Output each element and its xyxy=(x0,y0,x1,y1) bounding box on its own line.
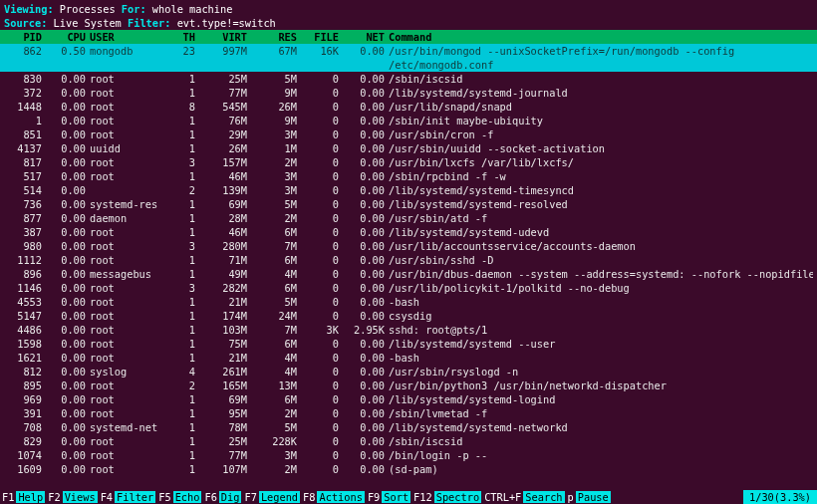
table-row[interactable]: 41370.00uuidd126M1M00.00/usr/sbin/uuidd … xyxy=(4,141,813,155)
col-th[interactable]: TH xyxy=(177,30,199,44)
table-row[interactable]: 8960.00messagebus149M4M00.00/usr/bin/dbu… xyxy=(4,267,813,281)
cell-cmd: /lib/systemd/systemd-logind xyxy=(389,392,813,406)
cell-cpu: 0.00 xyxy=(46,448,90,462)
cell-cpu: 0.00 xyxy=(46,323,90,337)
cell-cmd: /lib/systemd/systemd-journald xyxy=(389,86,813,100)
fkey-label: p xyxy=(566,491,576,503)
col-virt[interactable]: VIRT xyxy=(199,30,251,44)
col-cmd[interactable]: Command xyxy=(389,30,813,44)
cell-pid: 1112 xyxy=(4,253,46,267)
fkey-action[interactable]: Legend xyxy=(259,491,300,503)
fkey-action[interactable]: Sort xyxy=(382,491,410,503)
cell-res: 2M xyxy=(251,211,301,225)
table-row[interactable]: 8120.00syslog4261M4M00.00/usr/sbin/rsysl… xyxy=(4,365,813,378)
cell-file: 0 xyxy=(301,155,345,169)
table-row[interactable]: 7360.00systemd-res169M5M00.00/lib/system… xyxy=(4,197,813,211)
fkey-action[interactable]: Actions xyxy=(317,491,364,503)
table-row[interactable]: 8300.00root125M5M00.00/sbin/iscsid xyxy=(4,72,813,86)
table-row[interactable]: 16090.00root1107M2M00.00(sd-pam) xyxy=(4,462,813,476)
cell-user: root xyxy=(90,86,177,100)
table-row[interactable]: 9690.00root169M6M00.00/lib/systemd/syste… xyxy=(4,392,813,406)
cell-file: 0 xyxy=(301,406,345,420)
cell-cmd: /lib/systemd/systemd-resolved xyxy=(389,197,813,211)
cell-cmd: /lib/systemd/systemd --user xyxy=(389,337,813,351)
table-row[interactable]: 9800.00root3280M7M00.00/usr/lib/accounts… xyxy=(4,239,813,253)
cell-user: daemon xyxy=(90,211,177,225)
table-row[interactable]: 8510.00root129M3M00.00/usr/sbin/cron -f xyxy=(4,127,813,141)
cell-cpu: 0.00 xyxy=(46,406,90,420)
table-row[interactable]: 3910.00root195M2M00.00/sbin/lvmetad -f xyxy=(4,406,813,420)
fkey-label: F9 xyxy=(366,491,382,503)
table-row[interactable]: 8950.00root2165M13M00.00/usr/bin/python3… xyxy=(4,378,813,392)
fkey-action[interactable]: Filter xyxy=(115,491,155,503)
cell-file: 3K xyxy=(301,323,345,337)
table-row[interactable]: 51470.00root1174M24M00.00csysdig xyxy=(4,309,813,323)
col-user[interactable]: USER xyxy=(90,30,177,44)
cell-net: 0.00 xyxy=(345,169,389,183)
fkey-action[interactable]: Search xyxy=(523,491,564,503)
table-row[interactable]: 8170.00root3157M2M00.00/usr/bin/lxcfs /v… xyxy=(4,155,813,169)
table-row[interactable]: 5170.00root146M3M00.00/sbin/rpcbind -f -… xyxy=(4,169,813,183)
cell-res: 4M xyxy=(251,351,301,365)
table-row[interactable]: 5140.002139M3M00.00/lib/systemd/systemd-… xyxy=(4,183,813,197)
table-row[interactable]: 45530.00root121M5M00.00-bash xyxy=(4,295,813,309)
cell-res: 5M xyxy=(251,295,301,309)
column-headers[interactable]: PID CPU USER TH VIRT RES FILE NET Comman… xyxy=(0,30,817,44)
viewing-label: Viewing: xyxy=(4,3,54,15)
selected-row[interactable]: 862 0.50 mongodb 23 997M 67M 16K 0.00 /u… xyxy=(0,44,817,72)
fkey-action[interactable]: Pause xyxy=(576,491,611,503)
table-row[interactable]: 8770.00daemon128M2M00.00/usr/sbin/atd -f xyxy=(4,211,813,225)
cell-th: 1 xyxy=(177,309,199,323)
table-row[interactable]: 10.00root176M9M00.00/sbin/init maybe-ubi… xyxy=(4,114,813,127)
col-res[interactable]: RES xyxy=(251,30,301,44)
cell-cmd: /lib/systemd/systemd-networkd xyxy=(389,420,813,434)
table-row[interactable]: 11120.00root171M6M00.00/usr/sbin/sshd -D xyxy=(4,253,813,267)
cell-file: 0 xyxy=(301,197,345,211)
table-row[interactable]: 11460.00root3282M6M00.00/usr/lib/policyk… xyxy=(4,281,813,295)
cell-th: 1 xyxy=(177,127,199,141)
cell-virt: 75M xyxy=(199,337,251,351)
cell-net: 0.00 xyxy=(345,351,389,365)
table-row[interactable]: 15980.00root175M6M00.00/lib/systemd/syst… xyxy=(4,337,813,351)
cell-virt: 77M xyxy=(199,448,251,462)
table-row[interactable]: 3720.00root177M9M00.00/lib/systemd/syste… xyxy=(4,86,813,100)
process-list[interactable]: 8300.00root125M5M00.00/sbin/iscsid3720.0… xyxy=(0,72,817,476)
table-row[interactable]: 7080.00systemd-net178M5M00.00/lib/system… xyxy=(4,420,813,434)
cell-th: 1 xyxy=(177,169,199,183)
cell-cpu: 0.00 xyxy=(46,239,90,253)
cell-file: 0 xyxy=(301,211,345,225)
cell-net: 0.00 xyxy=(345,141,389,155)
fkey-action[interactable]: Echo xyxy=(173,491,202,503)
cell-user: root xyxy=(90,309,177,323)
col-file[interactable]: FILE xyxy=(301,30,345,44)
cell-virt: 25M xyxy=(199,434,251,448)
cell-pid: 5147 xyxy=(4,309,46,323)
table-row[interactable]: 10740.00root177M3M00.00/bin/login -p -- xyxy=(4,448,813,462)
table-row[interactable]: 44860.00root1103M7M3K2.95Ksshd: root@pts… xyxy=(4,323,813,337)
cell-file: 0 xyxy=(301,169,345,183)
table-row[interactable]: 14480.00root8545M26M00.00/usr/lib/snapd/… xyxy=(4,100,813,114)
cell-res: 5M xyxy=(251,197,301,211)
fkey-action[interactable]: Spectro xyxy=(434,491,481,503)
table-row[interactable]: 16210.00root121M4M00.00-bash xyxy=(4,351,813,365)
fkey-action[interactable]: Views xyxy=(63,491,98,503)
table-row[interactable]: 3870.00root146M6M00.00/lib/systemd/syste… xyxy=(4,225,813,239)
cell-user: root xyxy=(90,323,177,337)
source-value: Live System xyxy=(54,17,122,29)
cell-res: 3M xyxy=(251,448,301,462)
cell-virt: 107M xyxy=(199,462,251,476)
cell-net: 0.00 xyxy=(345,434,389,448)
table-row[interactable]: 8290.00root125M228K00.00/sbin/iscsid xyxy=(4,434,813,448)
col-net[interactable]: NET xyxy=(345,30,389,44)
col-cpu[interactable]: CPU xyxy=(46,30,90,44)
fkey-action[interactable]: Help xyxy=(16,491,45,503)
filter-value: evt.type!=switch xyxy=(177,17,276,29)
cell-pid: 829 xyxy=(4,434,46,448)
cell-pid: 817 xyxy=(4,155,46,169)
cell-file: 0 xyxy=(301,351,345,365)
col-pid[interactable]: PID xyxy=(4,30,46,44)
cell-user: root xyxy=(90,169,177,183)
fkey-action[interactable]: Dig xyxy=(219,491,242,503)
cell-net: 0.00 xyxy=(345,281,389,295)
cell-res: 5M xyxy=(251,72,301,86)
